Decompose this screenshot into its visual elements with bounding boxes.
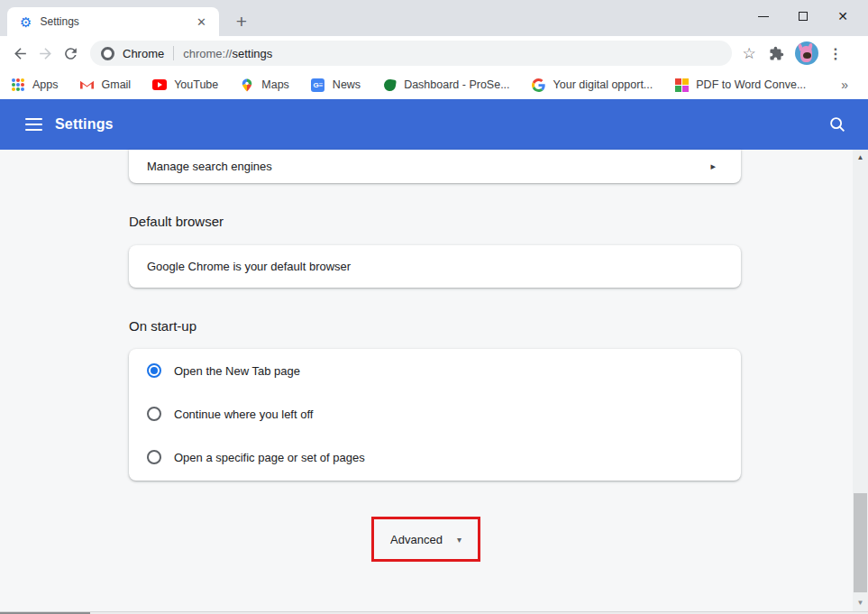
youtube-icon [152, 78, 167, 92]
reload-icon [62, 45, 79, 62]
window-controls: ✕ [744, 4, 863, 29]
toolbar-right-icons: ☆ ⋮ [736, 41, 847, 65]
extensions-puzzle-icon[interactable] [763, 46, 790, 61]
bookmarks-bar: Apps Gmail YouTube Maps G≡ News Dashbo [0, 70, 868, 99]
row-arrow-icon: ▸ [710, 160, 716, 172]
page-scrollbar[interactable]: ▲ ▼ [853, 150, 868, 611]
default-browser-status: Google Chrome is your default browser [147, 260, 351, 273]
chrome-logo-icon [101, 47, 114, 60]
startup-option-continue[interactable]: Continue where you left off [129, 392, 741, 435]
bookmark-label: Maps [261, 78, 289, 91]
bookmark-label: Your digital opport... [553, 78, 653, 91]
startup-option-label: Open the New Tab page [174, 364, 300, 378]
google-news-icon: G≡ [311, 78, 325, 92]
settings-content: Manage search engines ▸ Default browser … [0, 150, 868, 611]
bookmark-label: PDF to Word Conve... [696, 78, 806, 91]
browser-tab-settings[interactable]: ⚙ Settings ✕ [7, 7, 219, 36]
minimize-icon [758, 16, 769, 17]
settings-header: Settings [0, 99, 868, 150]
bookmark-pdf-to-word[interactable]: PDF to Word Conve... [674, 78, 806, 92]
browser-toolbar: Chrome chrome:// settings ☆ ⋮ [0, 36, 868, 70]
maximize-button[interactable] [783, 4, 823, 29]
address-bar[interactable]: Chrome chrome:// settings [90, 41, 732, 66]
dashboard-icon [382, 78, 397, 92]
bookmark-dashboard[interactable]: Dashboard - ProSe... [382, 78, 509, 92]
forward-button[interactable] [32, 41, 58, 66]
bookmark-your-digital[interactable]: Your digital opport... [532, 78, 653, 92]
scroll-down-arrow[interactable]: ▼ [853, 595, 868, 609]
bookmark-label: Dashboard - ProSe... [404, 78, 509, 91]
menu-dots-icon[interactable]: ⋮ [824, 45, 847, 62]
bookmark-label: News [333, 78, 361, 91]
startup-radio[interactable] [147, 450, 161, 464]
startup-radio[interactable] [147, 363, 161, 378]
settings-gear-icon: ⚙ [20, 15, 32, 29]
back-button[interactable] [7, 41, 32, 66]
manage-search-engines-row[interactable]: Manage search engines ▸ [129, 150, 741, 183]
chevron-down-icon: ▾ [457, 535, 461, 545]
url-scheme: chrome:// [183, 47, 232, 60]
bookmark-maps[interactable]: Maps [240, 78, 289, 92]
close-window-button[interactable]: ✕ [823, 4, 863, 29]
bookmark-gmail[interactable]: Gmail [80, 78, 132, 92]
advanced-annotation-box[interactable]: Advanced ▾ [371, 517, 480, 562]
close-icon: ✕ [837, 10, 848, 23]
bookmark-star-icon[interactable]: ☆ [736, 44, 763, 63]
apps-grid-icon [11, 78, 25, 92]
new-tab-button[interactable]: + [229, 9, 254, 34]
scroll-up-arrow[interactable]: ▲ [853, 150, 868, 164]
url-path: settings [232, 47, 272, 60]
on-startup-heading: On start-up [129, 318, 196, 334]
search-icon[interactable] [827, 115, 847, 134]
url-separator [173, 46, 174, 60]
advanced-button[interactable]: Advanced [390, 533, 443, 546]
forward-arrow-icon [37, 45, 54, 62]
maximize-icon [799, 12, 808, 21]
on-startup-card: Open the New Tab page Continue where you… [129, 349, 741, 481]
bookmark-news[interactable]: G≡ News [311, 78, 361, 92]
tab-strip: ⚙ Settings ✕ + ✕ [0, 0, 868, 36]
bookmark-label: Apps [32, 78, 59, 91]
profile-avatar[interactable] [795, 41, 818, 65]
google-g-icon [532, 78, 546, 92]
hamburger-menu-icon[interactable] [25, 118, 42, 131]
bookmarks-overflow-chevron[interactable]: » [841, 78, 848, 92]
default-browser-heading: Default browser [129, 214, 224, 229]
startup-radio[interactable] [147, 407, 161, 421]
default-browser-card: Google Chrome is your default browser [129, 245, 741, 288]
startup-option-label: Continue where you left off [174, 408, 313, 421]
minimize-button[interactable] [744, 4, 783, 29]
startup-option-label: Open a specific page or set of pages [174, 451, 365, 464]
bookmark-label: YouTube [174, 78, 218, 91]
avatar-art [803, 52, 811, 59]
bookmark-apps[interactable]: Apps [11, 78, 59, 92]
manage-search-engines-label: Manage search engines [147, 160, 272, 173]
reload-button[interactable] [58, 41, 83, 66]
back-arrow-icon [12, 45, 29, 62]
pdf-converter-icon [674, 78, 689, 92]
maps-pin-icon [240, 78, 254, 92]
bookmark-label: Gmail [102, 78, 132, 91]
bookmark-youtube[interactable]: YouTube [152, 78, 218, 92]
startup-option-specific-pages[interactable]: Open a specific page or set of pages [129, 435, 741, 479]
tab-title: Settings [40, 15, 193, 28]
site-label: Chrome [123, 47, 164, 60]
gmail-icon [80, 78, 95, 92]
settings-page-title: Settings [55, 116, 114, 133]
scrollbar-thumb[interactable] [854, 493, 867, 592]
tab-close-icon[interactable]: ✕ [193, 14, 210, 31]
startup-option-new-tab[interactable]: Open the New Tab page [129, 349, 741, 392]
